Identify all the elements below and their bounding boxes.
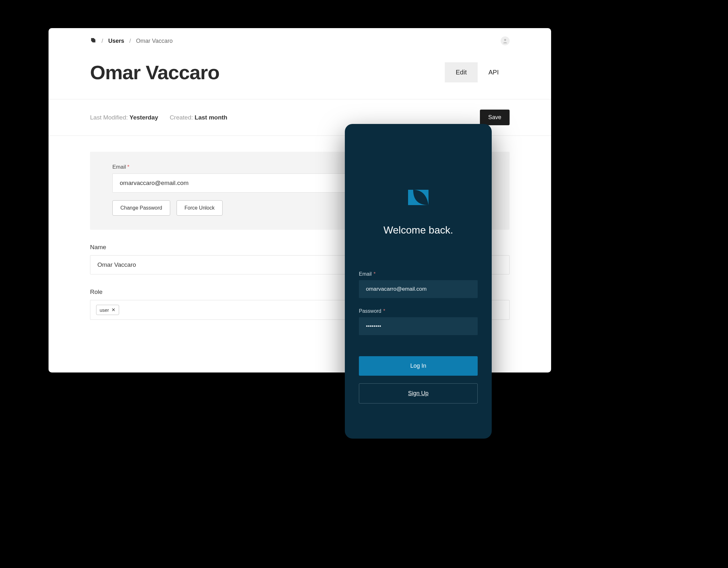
- svg-point-0: [504, 39, 506, 41]
- change-password-button[interactable]: Change Password: [112, 200, 170, 216]
- mobile-email-input[interactable]: [359, 280, 478, 298]
- page-title: Omar Vaccaro: [90, 61, 219, 84]
- tab-api[interactable]: API: [478, 62, 510, 82]
- last-modified: Last Modified: Yesterday: [90, 114, 158, 121]
- breadcrumb-users[interactable]: Users: [108, 38, 124, 44]
- header: / Users / Omar Vaccaro Omar Vaccaro Edit…: [49, 28, 551, 99]
- required-icon: *: [383, 308, 385, 314]
- created-value: Last month: [195, 114, 227, 121]
- created-label: Created:: [170, 114, 193, 121]
- leaf-logo-icon: [406, 185, 431, 210]
- breadcrumb: / Users / Omar Vaccaro: [90, 36, 510, 46]
- welcome-heading: Welcome back.: [359, 224, 478, 236]
- user-icon: [502, 38, 508, 44]
- mobile-password-label: Password *: [359, 308, 478, 314]
- mobile-email-field: Email *: [359, 271, 478, 298]
- mobile-login-card: Welcome back. Email * Password * Log In …: [345, 124, 492, 439]
- breadcrumb-separator: /: [102, 38, 103, 44]
- mobile-email-label-text: Email: [359, 271, 372, 277]
- created: Created: Last month: [170, 114, 227, 121]
- mobile-password-input[interactable]: [359, 317, 478, 335]
- required-icon: *: [127, 164, 130, 170]
- signup-button[interactable]: Sign Up: [359, 383, 478, 404]
- role-chip-label: user: [100, 307, 109, 313]
- mobile-password-field: Password *: [359, 308, 478, 335]
- email-label-text: Email: [112, 164, 126, 170]
- mobile-logo: [359, 185, 478, 210]
- save-button[interactable]: Save: [480, 110, 510, 125]
- mobile-email-label: Email *: [359, 271, 478, 277]
- tab-group: Edit API: [445, 62, 510, 82]
- breadcrumb-separator: /: [129, 38, 131, 44]
- mobile-password-label-text: Password: [359, 308, 381, 314]
- login-button[interactable]: Log In: [359, 356, 478, 376]
- required-icon: *: [374, 271, 375, 277]
- last-modified-label: Last Modified:: [90, 114, 128, 121]
- logo-icon[interactable]: [90, 36, 96, 46]
- tab-edit[interactable]: Edit: [445, 62, 477, 82]
- role-chip: user ✕: [96, 305, 119, 315]
- title-row: Omar Vaccaro Edit API: [90, 61, 510, 99]
- force-unlock-button[interactable]: Force Unlock: [177, 200, 223, 216]
- breadcrumb-current: Omar Vaccaro: [136, 38, 173, 44]
- close-icon[interactable]: ✕: [111, 307, 116, 313]
- meta-left: Last Modified: Yesterday Created: Last m…: [90, 114, 227, 121]
- avatar[interactable]: [501, 36, 510, 45]
- last-modified-value: Yesterday: [130, 114, 158, 121]
